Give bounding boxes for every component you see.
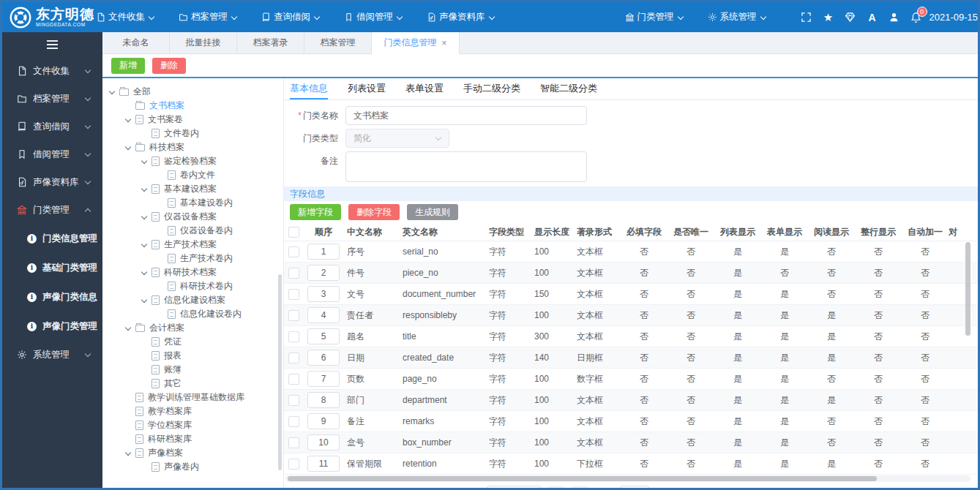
table-row[interactable]: 10盒号box_number字符100文本框否否是是否否否 (284, 432, 978, 453)
order-input[interactable]: 6 (307, 350, 340, 366)
hamburger-icon[interactable] (2, 32, 102, 57)
delete-field-button[interactable]: 删除字段 (348, 204, 400, 220)
fullscreen-icon[interactable] (801, 12, 812, 23)
table-row[interactable]: 5题名title字符300文本框否否是是是否否 (284, 326, 978, 347)
first-page-link[interactable]: 首页 (673, 488, 690, 489)
page-size-select[interactable]: 100条/页 (487, 486, 541, 489)
tab-batch-mount[interactable]: 批量挂接 (170, 32, 237, 53)
next-page-button[interactable]: › (572, 486, 588, 488)
tree-item[interactable]: 声像卷内 (108, 460, 283, 474)
tree-item[interactable]: 教学训练管理基础数据库 (108, 391, 283, 404)
order-input[interactable]: 9 (307, 413, 340, 429)
table-row[interactable]: 3文号document_number字符150文本框否否是是否否否 (284, 284, 978, 305)
tree-item[interactable]: 鉴定检验档案 (108, 154, 283, 168)
sidebar-item-category-info-manage[interactable]: 门类信息管理 (2, 224, 102, 253)
tree-expander[interactable] (124, 449, 133, 458)
star-icon[interactable]: ★ (823, 12, 834, 23)
tree-item[interactable]: 科技档案 (108, 140, 283, 154)
nav-query-borrow[interactable]: 查询借阅 (261, 11, 320, 23)
tree-item[interactable]: 科研技术卷内 (108, 279, 283, 293)
tree-item[interactable]: 账簿 (108, 363, 283, 377)
tree-item[interactable]: 科研档案库 (108, 432, 283, 446)
row-checkbox[interactable] (288, 331, 299, 342)
tree-expander[interactable] (141, 296, 149, 305)
row-checkbox[interactable] (288, 246, 299, 257)
tree-item[interactable]: 科研技术档案 (108, 265, 283, 279)
order-input[interactable]: 1 (307, 244, 340, 260)
table-row[interactable]: 4责任者responsibleby字符100文本框否否是是是否否 (284, 305, 978, 326)
last-page-link[interactable]: 尾页 (697, 488, 715, 489)
sidebar-item-system-manage[interactable]: 系统管理 (2, 341, 102, 369)
tree-item-selected[interactable]: 文书档案 (108, 99, 283, 113)
tree-scrollbar[interactable] (278, 274, 282, 470)
order-input[interactable]: 4 (307, 307, 340, 323)
sidebar-item-archive-manage[interactable]: 档案管理 (2, 85, 102, 113)
order-input[interactable]: 8 (307, 392, 340, 408)
tab-manual-subclass[interactable]: 手动二级分类 (463, 78, 520, 99)
table-row[interactable]: 1序号serial_no字符100文本框否否是是否否否 (284, 241, 978, 263)
tab-basic-info[interactable]: 基本信息 (290, 78, 328, 99)
order-input[interactable]: 7 (307, 371, 340, 387)
tree-expander[interactable] (124, 143, 133, 152)
nav-media-library[interactable]: 声像资料库 (427, 11, 495, 23)
tab-archive-manage[interactable]: 档案管理 (304, 32, 372, 53)
sidebar-item-media-category-info[interactable]: 声像门类信息 (2, 282, 102, 312)
tree-expander[interactable] (141, 185, 149, 194)
row-checkbox[interactable] (288, 268, 299, 279)
row-checkbox[interactable] (288, 395, 299, 406)
font-size-icon[interactable]: A (867, 12, 878, 23)
generate-rule-button[interactable]: 生成规则 (407, 204, 458, 220)
tree-item[interactable]: 学位档案库 (108, 418, 283, 432)
tree-expander[interactable] (141, 213, 149, 222)
tree-item[interactable]: 仪器设备卷内 (108, 224, 283, 238)
gem-icon[interactable] (845, 12, 856, 23)
tree-item[interactable]: 生产技术档案 (108, 238, 283, 252)
tree-item[interactable]: 教学档案库 (108, 404, 283, 418)
page-number-input[interactable]: 1 (620, 486, 649, 489)
tree-expander[interactable] (124, 116, 133, 124)
tab-category-info-manage[interactable]: 门类信息管理× (372, 32, 460, 54)
tree-item[interactable]: 信息化建设档案 (108, 293, 283, 307)
tab-unnamed[interactable]: 未命名 (102, 32, 170, 53)
tree-expander[interactable] (141, 268, 149, 277)
sidebar-item-basic-category-manage[interactable]: 基础门类管理 (2, 253, 102, 282)
nav-system-manage[interactable]: 系统管理 (708, 11, 766, 23)
row-checkbox[interactable] (288, 310, 299, 321)
tree-item[interactable]: 凭证 (108, 335, 283, 349)
table-row[interactable]: 11保管期限retention字符100下拉框否否是是是否否 (284, 453, 978, 475)
tree-expander[interactable] (124, 324, 133, 333)
tree-item[interactable]: 声像档案 (108, 446, 283, 460)
nav-borrow-manage[interactable]: 借阅管理 (344, 11, 403, 23)
tree-item[interactable]: 会计档案 (108, 321, 283, 335)
delete-button[interactable]: 删除 (152, 58, 186, 74)
order-input[interactable]: 5 (307, 328, 340, 344)
add-field-button[interactable]: 新增字段 (290, 204, 341, 220)
row-checkbox[interactable] (288, 437, 299, 448)
sidebar-item-media-library[interactable]: 声像资料库 (2, 168, 102, 196)
nav-file-collect[interactable]: 文件收集 (96, 11, 154, 23)
tree-item[interactable]: 文件卷内 (108, 127, 283, 140)
table-row[interactable]: 2件号piece_no字符100文本框否否是否否否否 (284, 263, 978, 284)
tree-expander[interactable] (141, 157, 149, 166)
order-input[interactable]: 11 (307, 456, 340, 472)
order-input[interactable]: 3 (307, 286, 340, 302)
bell-icon[interactable]: 0 (910, 12, 922, 23)
table-row[interactable]: 8部门department字符100文本框否否是是是否否 (284, 390, 978, 411)
tree-item[interactable]: 其它 (108, 377, 283, 391)
table-horizontal-scrollbar[interactable] (285, 475, 970, 482)
table-row[interactable]: 7页数page_no字符100数字框否否是是否否否 (284, 369, 978, 390)
tree-item[interactable]: 基本建设档案 (108, 182, 283, 196)
tree-item[interactable]: 生产技术卷内 (108, 252, 283, 265)
tab-list-settings[interactable]: 列表设置 (348, 78, 386, 99)
row-checkbox[interactable] (288, 374, 299, 385)
nav-category-manage[interactable]: 门类管理 (625, 11, 684, 23)
close-icon[interactable]: × (441, 38, 446, 48)
sidebar-item-category-manage[interactable]: 门类管理 (2, 196, 102, 224)
tree-expander[interactable] (141, 241, 149, 249)
tree-item[interactable]: 卷内文件 (108, 168, 283, 182)
tree-item[interactable]: 信息化建设卷内 (108, 307, 283, 321)
tree-item[interactable]: 报表 (108, 349, 283, 363)
row-checkbox[interactable] (288, 416, 299, 427)
prev-page-button[interactable]: ‹ (548, 486, 564, 488)
table-row[interactable]: 9备注remarks字符100文本框否否是是否否否 (284, 411, 978, 432)
